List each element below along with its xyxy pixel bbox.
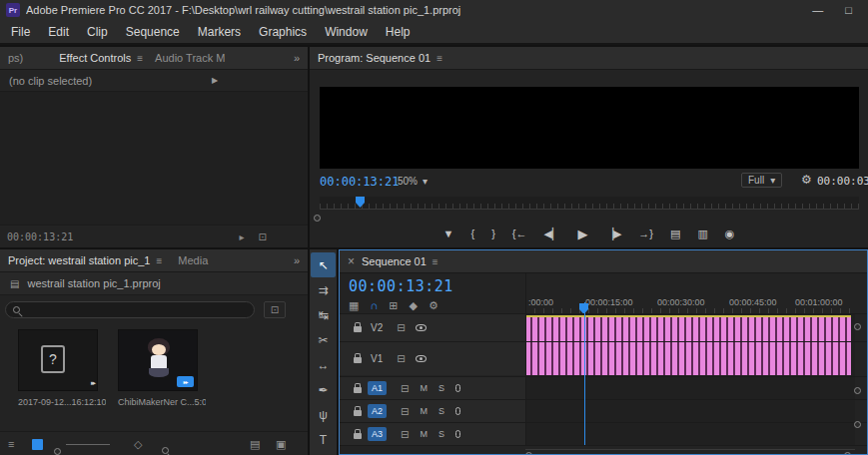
menu-help[interactable]: Help: [377, 25, 420, 39]
solo-button[interactable]: S: [438, 406, 444, 416]
zoom-out-handle[interactable]: [54, 441, 61, 455]
mute-button[interactable]: M: [420, 406, 428, 416]
panel-menu-icon[interactable]: ≡: [436, 53, 442, 64]
tool-razor[interactable]: ✂: [311, 327, 336, 352]
track-label[interactable]: V2: [371, 322, 383, 333]
tool-pen[interactable]: ✒: [311, 377, 336, 402]
source-patch-icon[interactable]: ⊟: [401, 383, 409, 394]
menu-file[interactable]: File: [2, 25, 39, 39]
timeline-ruler[interactable]: :00:00 00:00:15:00 00:00:30:00 00:00:45:…: [525, 294, 855, 314]
mark-out-button[interactable]: }: [491, 228, 495, 239]
asset-thumbnail-unknown[interactable]: ? ▸▸: [18, 329, 98, 391]
menu-edit[interactable]: Edit: [39, 25, 78, 39]
tool-selection[interactable]: ↖: [311, 252, 336, 277]
overflow-chevron-icon[interactable]: »: [294, 52, 300, 64]
program-playhead[interactable]: [356, 197, 365, 208]
menu-markers[interactable]: Markers: [189, 25, 250, 39]
step-forward-button[interactable]: ▕▶: [604, 228, 621, 240]
hscroll-left-handle[interactable]: [525, 445, 532, 455]
maximize-button[interactable]: □: [845, 4, 852, 16]
timeline-settings-icon[interactable]: ⚙: [429, 299, 438, 312]
lock-icon[interactable]: [354, 410, 362, 416]
track-resize-handle[interactable]: [854, 380, 861, 398]
toggle-track-output-icon[interactable]: [416, 324, 427, 331]
lift-button[interactable]: ▤: [670, 228, 680, 240]
track-label[interactable]: V1: [371, 353, 383, 364]
horizontal-scrollbar[interactable]: [525, 449, 855, 450]
tab-media-browser[interactable]: Media: [178, 254, 208, 266]
export-frame-button[interactable]: ◉: [725, 228, 735, 240]
track-label[interactable]: A3: [368, 427, 387, 441]
icon-view-button[interactable]: [32, 439, 43, 450]
source-patch-icon[interactable]: ⊟: [401, 429, 409, 440]
clip-v2[interactable]: [525, 315, 851, 341]
menu-sequence[interactable]: Sequence: [117, 25, 189, 39]
solo-button[interactable]: S: [438, 383, 444, 393]
panel-menu-icon[interactable]: ≡: [156, 255, 162, 266]
timeline-timecode[interactable]: 00:00:13:21: [349, 277, 453, 295]
tab-sequence-01[interactable]: Sequence 01: [362, 255, 427, 267]
solo-button[interactable]: S: [438, 429, 444, 439]
automate-to-sequence-button[interactable]: ◇: [134, 438, 142, 451]
clip-v1[interactable]: [525, 342, 851, 375]
close-icon[interactable]: ×: [348, 254, 355, 268]
tab-project[interactable]: Project: westrail station pic_1: [8, 254, 150, 266]
asset-name[interactable]: 2017-09-12...: [18, 397, 72, 407]
overflow-chevron-icon[interactable]: »: [294, 254, 300, 266]
tool-ripple-edit[interactable]: ↹: [311, 302, 336, 327]
source-patch-icon[interactable]: ⊟: [401, 406, 409, 417]
search-input[interactable]: [26, 304, 247, 315]
go-to-in-button[interactable]: {←: [512, 228, 527, 239]
menu-clip[interactable]: Clip: [78, 25, 117, 39]
zoom-level-select[interactable]: 50% ▾: [398, 176, 428, 187]
thumbnail-zoom-slider[interactable]: [66, 444, 110, 445]
tool-track-select-forward[interactable]: ⇉: [311, 277, 336, 302]
asset-thumbnail-video[interactable]: ▸▸: [118, 329, 198, 391]
voiceover-record-icon[interactable]: [455, 407, 460, 415]
extract-button[interactable]: ▥: [697, 228, 707, 240]
add-marker-icon[interactable]: ◆: [410, 299, 418, 312]
asset-name[interactable]: ChibiMakerNer C...: [118, 397, 195, 407]
play-button[interactable]: ▶: [577, 227, 587, 241]
audio-scroll-handle[interactable]: [854, 414, 861, 432]
add-marker-button[interactable]: ▼: [443, 228, 454, 239]
play-effect-icon[interactable]: ▸: [240, 231, 245, 242]
list-view-button[interactable]: ≡: [8, 438, 14, 450]
new-item-button[interactable]: ▣: [276, 438, 286, 451]
settings-wrench-icon[interactable]: ⚙: [801, 173, 812, 187]
tab-clipped[interactable]: ps): [8, 52, 23, 64]
panel-menu-icon[interactable]: ≡: [137, 53, 143, 64]
linked-selection-icon[interactable]: ⊞: [389, 299, 398, 312]
lock-icon[interactable]: [354, 326, 362, 332]
menu-window[interactable]: Window: [316, 25, 377, 39]
playback-resolution-select[interactable]: Full ▾: [741, 173, 782, 188]
panel-menu-icon[interactable]: ≡: [433, 256, 438, 267]
mark-in-button[interactable]: {: [470, 228, 474, 239]
tool-slip[interactable]: ↔: [311, 352, 336, 377]
toggle-track-output-icon[interactable]: [416, 355, 427, 362]
timeline-playhead-line[interactable]: [584, 302, 585, 445]
find-button[interactable]: [162, 440, 169, 455]
program-timecode[interactable]: 00:00:13:21: [320, 175, 399, 189]
track-label[interactable]: A1: [368, 381, 387, 395]
search-bin-icon[interactable]: ⊡: [264, 301, 286, 318]
lock-icon[interactable]: [354, 357, 362, 363]
mute-button[interactable]: M: [420, 383, 428, 393]
tab-effect-controls[interactable]: Effect Controls: [59, 52, 131, 64]
menu-graphics[interactable]: Graphics: [250, 25, 316, 39]
go-to-out-button[interactable]: →}: [638, 228, 653, 239]
tab-program[interactable]: Program: Sequence 01: [318, 52, 431, 64]
voiceover-record-icon[interactable]: [455, 384, 460, 392]
lock-icon[interactable]: [354, 433, 362, 439]
hscroll-right-handle[interactable]: [844, 445, 851, 455]
video-scroll-handle[interactable]: [854, 316, 861, 334]
snapshot-icon[interactable]: ⊡: [259, 231, 267, 242]
tab-audio-track-mixer[interactable]: Audio Track M: [155, 52, 225, 64]
source-patch-icon[interactable]: ⊟: [397, 353, 405, 364]
snap-icon[interactable]: ∩: [370, 299, 378, 312]
track-label[interactable]: A2: [368, 404, 387, 418]
minimize-button[interactable]: —: [812, 4, 823, 16]
project-root-row[interactable]: ▤ westrail station pic_1.prproj: [0, 272, 308, 295]
nest-sequence-icon[interactable]: ▦: [349, 299, 359, 312]
chevron-right-icon[interactable]: ▶: [212, 76, 218, 85]
